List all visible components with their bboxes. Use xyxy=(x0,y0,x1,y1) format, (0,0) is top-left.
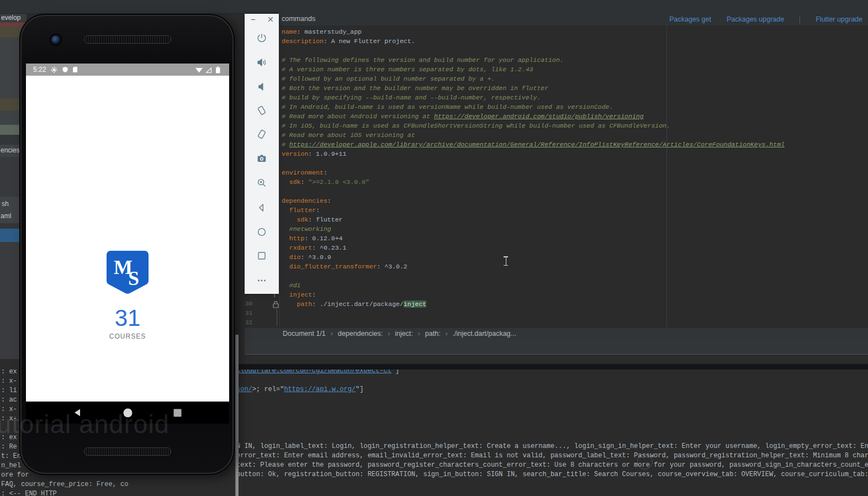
code-line[interactable]: # followed by an optional build number s… xyxy=(282,74,868,83)
back-icon[interactable] xyxy=(256,202,268,214)
breadcrumb: Document 1/1›dependencies:›inject:›path:… xyxy=(245,328,868,339)
background-tree-fragment: aml xyxy=(1,212,11,220)
comment-link[interactable]: https://developer.android.com/studio/pub… xyxy=(434,113,644,120)
more-icon[interactable] xyxy=(256,275,268,287)
log-fragment: t: En xyxy=(1,452,21,460)
chevron-right-icon: › xyxy=(418,330,420,337)
emulator-close-button[interactable] xyxy=(267,15,274,25)
home-icon[interactable] xyxy=(256,226,268,238)
code-line[interactable] xyxy=(282,271,868,281)
editor-pane[interactable]: 303132 name: masterstudy_appdescription:… xyxy=(245,25,868,328)
code-line[interactable]: sdk: ">=2.1.0 <3.0.0" xyxy=(282,177,868,187)
code-line[interactable]: # build by specifying --build-name and -… xyxy=(282,93,868,102)
earpiece-grille xyxy=(84,35,171,44)
line-number: 32 xyxy=(245,318,258,328)
code-text[interactable]: name: masterstudy_appdescription: A new … xyxy=(282,27,868,328)
log-fragment: : Re xyxy=(1,443,17,451)
breadcrumb-item[interactable]: Document 1/1 xyxy=(283,330,326,337)
code-line[interactable] xyxy=(282,46,868,55)
breadcrumb-item[interactable]: dependencies: xyxy=(338,330,383,337)
emulator-window-controls xyxy=(245,15,279,26)
zoom-icon[interactable] xyxy=(256,177,268,189)
chevron-right-icon: › xyxy=(331,330,333,337)
log-fragment: : ex xyxy=(1,368,17,376)
camera-icon xyxy=(51,35,60,44)
code-line[interactable]: # The following defines the version and … xyxy=(282,55,868,65)
comment-link[interactable]: https://developer.apple.com/library/arch… xyxy=(289,141,785,148)
rotate-right-icon[interactable] xyxy=(256,128,268,140)
code-line[interactable]: # In iOS, build-name is used as CFBundle… xyxy=(282,121,868,130)
log-fragment: : <-- END HTTP xyxy=(1,490,57,496)
editor-bottom-strip xyxy=(245,339,868,355)
code-line[interactable]: path: ./inject.dart/package/inject xyxy=(282,299,868,309)
code-line[interactable]: # In Android, build-name is used as vers… xyxy=(282,102,868,112)
background-scrollbar[interactable] xyxy=(235,335,239,496)
code-line[interactable]: dio_flutter_transformer: ^3.0.2 xyxy=(282,262,868,271)
log-fragment: : ac xyxy=(1,396,17,404)
speaker-grille xyxy=(84,447,171,456)
overview-icon[interactable] xyxy=(256,250,268,262)
breadcrumb-item[interactable]: inject: xyxy=(395,330,413,337)
console-link[interactable]: son/ xyxy=(236,386,252,393)
course-count: 31 xyxy=(94,306,161,330)
code-line[interactable]: flutter: xyxy=(282,205,868,215)
code-line[interactable]: # Read more about iOS versioning at xyxy=(282,130,868,140)
code-line[interactable]: sdk: flutter xyxy=(282,215,868,224)
code-line[interactable]: # Both the version and the builder numbe… xyxy=(282,83,868,93)
rotate-left-icon[interactable] xyxy=(256,104,268,117)
code-line[interactable]: # https://developer.apple.com/library/ar… xyxy=(282,140,868,149)
log-fragment: n_hel xyxy=(1,462,21,469)
code-line[interactable]: description: A new Flutter project. xyxy=(282,36,868,46)
code-line[interactable] xyxy=(282,309,868,318)
code-line[interactable]: name: masterstudy_app xyxy=(282,27,868,36)
code-line[interactable] xyxy=(282,187,868,196)
overview-button[interactable] xyxy=(173,409,182,417)
code-line[interactable]: environment: xyxy=(282,168,868,177)
flutter-actions: Packages getPackages upgradeFlutter upgr… xyxy=(669,13,862,25)
svg-text:S: S xyxy=(128,267,139,289)
code-line[interactable]: version: 1.0.9+11 xyxy=(282,149,868,159)
clock-label: 5:22 xyxy=(33,66,46,73)
code-line[interactable]: http: 0.12.0+4 xyxy=(282,234,868,243)
log-line: N IN, login_label_text: Login, login_reg… xyxy=(236,442,868,450)
code-line[interactable] xyxy=(282,159,868,168)
log-line: error_text: Enter email address, email_i… xyxy=(236,452,868,460)
code-line[interactable]: #di xyxy=(282,281,868,290)
sim-icon xyxy=(73,67,77,72)
action-packages-upgrade[interactable]: Packages upgrade xyxy=(727,15,784,23)
emulator-minimize-button[interactable] xyxy=(250,15,257,25)
volume-down-icon[interactable] xyxy=(256,81,268,93)
code-line[interactable]: #networking xyxy=(282,224,868,234)
code-line[interactable]: # A version number is three numbers sepa… xyxy=(282,65,868,74)
emulator-toolbar xyxy=(245,14,279,294)
log-fragment: : li xyxy=(1,387,17,394)
text-cursor-ibeam xyxy=(503,256,509,266)
volume-up-icon[interactable] xyxy=(256,56,268,68)
code-line[interactable]: dependencies: xyxy=(282,196,868,205)
app-screen: M S 31 COURSES xyxy=(26,76,229,402)
code-line[interactable]: inject: xyxy=(282,290,868,299)
code-line[interactable]: rxdart: ^0.23.1 xyxy=(282,243,868,252)
background-develop-label: evelop xyxy=(1,14,20,22)
code-line[interactable]: dio: ^3.0.9 xyxy=(282,252,868,262)
code-line[interactable]: # Read more about Android versioning at … xyxy=(282,112,868,121)
console-link[interactable]: https://api.w.org/ xyxy=(284,386,356,393)
background-tree-fragment: sh xyxy=(2,200,9,208)
chevron-right-icon: › xyxy=(446,330,448,337)
action-packages-get[interactable]: Packages get xyxy=(669,15,711,23)
chevron-right-icon: › xyxy=(388,330,390,337)
commands-label: commands xyxy=(282,15,315,23)
breadcrumb-item[interactable]: path: xyxy=(425,330,441,337)
line-number: 31 xyxy=(245,309,258,318)
breadcrumb-item[interactable]: ./inject.dart/packag... xyxy=(453,330,516,337)
wifi-icon xyxy=(195,68,203,73)
code-line[interactable] xyxy=(282,318,868,328)
flutter-commands-bar: commands Packages getPackages upgradeFlu… xyxy=(245,13,868,26)
battery-icon xyxy=(216,66,220,73)
course-label: COURSES xyxy=(94,333,161,340)
action-flutter-upgrade[interactable]: Flutter upgrade xyxy=(816,15,862,23)
power-icon[interactable] xyxy=(256,32,268,44)
status-icons-right xyxy=(195,66,224,73)
status-icons-left xyxy=(50,66,82,73)
screenshot-icon[interactable] xyxy=(256,152,268,165)
